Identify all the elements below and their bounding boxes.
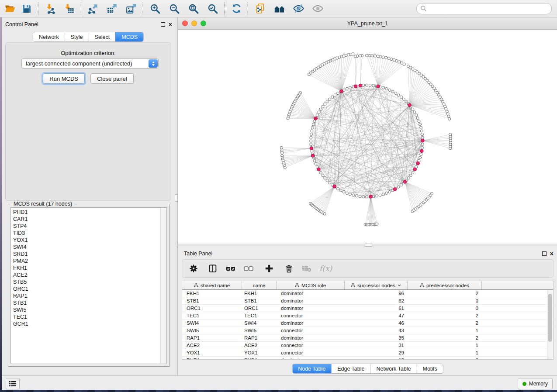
- mcds-result-item[interactable]: FKH1: [13, 265, 166, 272]
- graph-node[interactable]: [326, 179, 329, 182]
- graph-leaf-node[interactable]: [395, 59, 398, 62]
- graph-leaf-node[interactable]: [379, 55, 382, 58]
- graph-node[interactable]: [318, 111, 320, 113]
- settings-icon[interactable]: [188, 263, 199, 274]
- tab-select[interactable]: Select: [89, 32, 116, 41]
- delete-columns-icon[interactable]: [284, 263, 294, 274]
- export-network-icon[interactable]: [86, 2, 100, 15]
- horizontal-splitter-handle[interactable]: [365, 244, 372, 247]
- network-window-titlebar[interactable]: YPA_prune.txt_1: [178, 17, 557, 30]
- graph-node[interactable]: [310, 133, 312, 136]
- table-scrollbar[interactable]: [547, 290, 553, 359]
- graph-node[interactable]: [343, 190, 345, 193]
- mcds-result-item[interactable]: TEC1: [13, 313, 166, 320]
- graph-node[interactable]: [349, 86, 351, 89]
- graph-node[interactable]: [409, 174, 412, 177]
- table-row[interactable]: FKH1FKH1dominator962: [182, 290, 553, 297]
- graph-node[interactable]: [420, 153, 422, 155]
- close-panel-icon[interactable]: ×: [169, 22, 172, 27]
- graph-node[interactable]: [319, 108, 322, 110]
- node-table[interactable]: shared namenameMCDS rolesuccessor nodesp…: [182, 281, 554, 360]
- graph-node[interactable]: [315, 162, 317, 165]
- graph-node[interactable]: [311, 126, 314, 129]
- graph-node[interactable]: [316, 113, 318, 116]
- graph-node[interactable]: [388, 89, 391, 91]
- vertical-splitter-handle[interactable]: [175, 194, 178, 202]
- graph-node[interactable]: [402, 98, 405, 100]
- graph-node[interactable]: [322, 174, 324, 177]
- table-row[interactable]: PHD1PHD1dominator180: [182, 357, 553, 360]
- column-header-MCDS-role[interactable]: MCDS role: [277, 281, 345, 289]
- graph-node[interactable]: [415, 113, 418, 116]
- table-row[interactable]: RAP1RAP1dominator352: [182, 334, 553, 342]
- graph-node[interactable]: [421, 146, 423, 149]
- mcds-result-item[interactable]: ORC1: [13, 285, 166, 292]
- mcds-result-item[interactable]: YOX1: [13, 237, 166, 244]
- table-scrollbar-thumb[interactable]: [548, 294, 552, 342]
- graph-mcds-node[interactable]: [354, 85, 357, 88]
- export-table-icon[interactable]: [106, 2, 119, 15]
- graph-node[interactable]: [420, 130, 423, 132]
- column-header-name[interactable]: name: [242, 281, 277, 289]
- search-input[interactable]: [429, 5, 548, 12]
- graph-node[interactable]: [329, 98, 331, 100]
- graph-node[interactable]: [382, 193, 384, 196]
- task-history-button[interactable]: [6, 378, 20, 389]
- graph-node[interactable]: [413, 111, 416, 113]
- open-file-icon[interactable]: [3, 2, 17, 15]
- mcds-result-item[interactable]: SWI5: [13, 306, 166, 313]
- graph-node[interactable]: [329, 182, 331, 184]
- graph-leaf-node[interactable]: [448, 117, 450, 120]
- graph-mcds-node[interactable]: [311, 154, 315, 158]
- graph-mcds-node[interactable]: [369, 195, 373, 199]
- graph-leaf-node[interactable]: [368, 54, 371, 57]
- graph-node[interactable]: [382, 86, 384, 89]
- graph-mcds-node[interactable]: [408, 103, 412, 107]
- float-table-panel-icon[interactable]: [542, 251, 547, 256]
- graph-node[interactable]: [421, 143, 424, 146]
- graph-node[interactable]: [311, 130, 313, 132]
- graph-node[interactable]: [331, 96, 334, 98]
- network-canvas[interactable]: [178, 30, 557, 244]
- graph-node[interactable]: [416, 117, 419, 119]
- export-image-icon[interactable]: [125, 2, 138, 15]
- graph-node[interactable]: [326, 100, 329, 103]
- table-row[interactable]: SWI4SWI4dominator462: [182, 320, 553, 327]
- graph-node[interactable]: [418, 120, 420, 123]
- criterion-dropdown[interactable]: largest connected component (undirected): [21, 58, 159, 69]
- graph-leaf-node[interactable]: [384, 56, 387, 59]
- column-layout-icon[interactable]: [208, 263, 218, 274]
- graph-node[interactable]: [324, 177, 326, 179]
- zoom-out-icon[interactable]: [168, 2, 181, 15]
- deselect-all-icon[interactable]: [243, 263, 254, 274]
- graph-node[interactable]: [310, 136, 312, 139]
- birds-eye-view-icon[interactable]: [273, 2, 286, 15]
- import-table-icon[interactable]: [63, 2, 76, 15]
- graph-leaf-node[interactable]: [387, 57, 390, 60]
- graph-leaf-node[interactable]: [377, 55, 379, 58]
- tab-mcds[interactable]: MCDS: [115, 32, 143, 41]
- graph-node[interactable]: [405, 100, 408, 103]
- zoom-selected-icon[interactable]: [206, 2, 219, 15]
- mcds-list-scrollbar[interactable]: [160, 208, 166, 364]
- table-row[interactable]: SWI5SWI5connector431: [182, 327, 553, 334]
- graph-leaf-node[interactable]: [401, 62, 403, 64]
- mcds-result-item[interactable]: GCR1: [13, 320, 166, 327]
- tab-node-table[interactable]: Node Table: [292, 364, 331, 373]
- vertical-splitter[interactable]: [175, 17, 178, 375]
- graph-mcds-node[interactable]: [317, 168, 320, 171]
- graph-node[interactable]: [349, 193, 351, 196]
- graph-leaf-node[interactable]: [308, 73, 310, 76]
- graph-node[interactable]: [421, 136, 424, 139]
- graph-leaf-node[interactable]: [390, 58, 393, 60]
- graph-mcds-node[interactable]: [377, 85, 380, 88]
- tab-network-table[interactable]: Network Table: [370, 364, 417, 373]
- graph-node[interactable]: [421, 133, 423, 136]
- close-panel-button[interactable]: Close panel: [90, 73, 134, 84]
- horizontal-splitter[interactable]: [178, 244, 557, 247]
- zoom-in-icon[interactable]: [149, 2, 162, 15]
- graph-mcds-node[interactable]: [413, 168, 417, 171]
- graph-node[interactable]: [362, 84, 365, 86]
- graph-node[interactable]: [362, 196, 365, 198]
- graph-leaf-node[interactable]: [284, 166, 286, 169]
